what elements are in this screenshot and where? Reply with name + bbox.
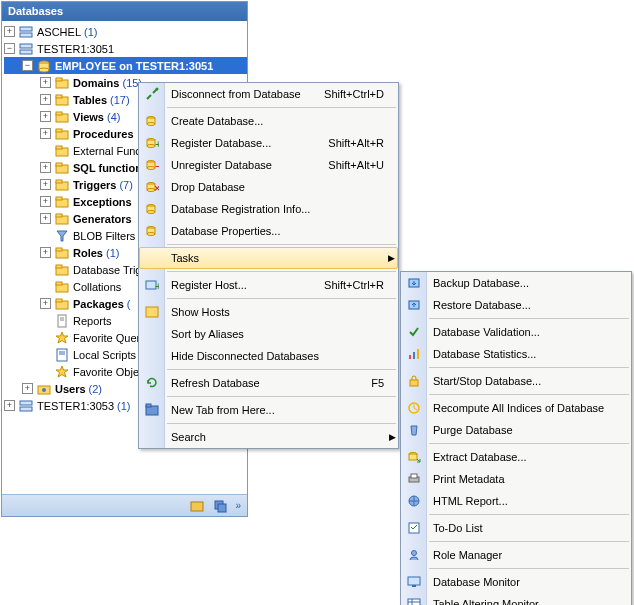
expander-icon[interactable]: + bbox=[4, 26, 15, 37]
menu-item[interactable]: Search▶ bbox=[139, 426, 398, 448]
statusbar-chevrons-icon[interactable]: » bbox=[235, 500, 241, 511]
expander-icon[interactable]: + bbox=[40, 94, 51, 105]
tree-item-count: (1) bbox=[84, 26, 97, 38]
menu-item[interactable]: Purge Database bbox=[401, 419, 631, 441]
blank-icon bbox=[139, 426, 165, 448]
tree-item-count: (7) bbox=[119, 179, 132, 191]
menu-item[interactable]: +Register Database...Shift+Alt+R bbox=[139, 132, 398, 154]
expander-icon[interactable]: + bbox=[40, 298, 51, 309]
menu-item-shortcut: F5 bbox=[371, 377, 398, 389]
expander-icon[interactable]: − bbox=[4, 43, 15, 54]
lock-icon bbox=[401, 370, 427, 392]
tree-item-label: Collations bbox=[73, 281, 121, 293]
menu-separator bbox=[429, 394, 629, 395]
star-icon bbox=[54, 330, 70, 346]
context-menu: Disconnect from DatabaseShift+Ctrl+DCrea… bbox=[138, 82, 399, 449]
menu-item[interactable]: ×Drop Database bbox=[139, 176, 398, 198]
tree-item-label: Views bbox=[73, 111, 104, 123]
menu-item[interactable]: Database Monitor bbox=[401, 571, 631, 593]
disconnect-icon bbox=[139, 83, 165, 105]
menu-item[interactable]: Hide Disconnected Databases bbox=[139, 345, 398, 367]
db-edit-icon bbox=[139, 220, 165, 242]
expander-icon[interactable]: + bbox=[4, 400, 15, 411]
svg-rect-2 bbox=[20, 44, 32, 48]
folder-icon bbox=[54, 109, 70, 125]
tree-item-label: Exceptions bbox=[73, 196, 132, 208]
menu-item[interactable]: Recompute All Indices of Database bbox=[401, 397, 631, 419]
menu-item[interactable]: Role Manager bbox=[401, 544, 631, 566]
expander-icon[interactable]: + bbox=[40, 111, 51, 122]
server-icon bbox=[18, 398, 34, 414]
menu-item[interactable]: Show Hosts bbox=[139, 301, 398, 323]
menu-separator bbox=[429, 443, 629, 444]
menu-item-label: Show Hosts bbox=[165, 306, 384, 318]
svg-point-86 bbox=[412, 551, 417, 556]
expander-icon[interactable]: + bbox=[40, 77, 51, 88]
menu-item[interactable]: Refresh DatabaseF5 bbox=[139, 372, 398, 394]
menu-item[interactable]: Tasks▶ bbox=[139, 247, 398, 269]
menu-item[interactable]: Restore Database... bbox=[401, 294, 631, 316]
menu-item[interactable]: −Unregister DatabaseShift+Alt+U bbox=[139, 154, 398, 176]
recompute-icon bbox=[401, 397, 427, 419]
menu-item[interactable]: Database Properties... bbox=[139, 220, 398, 242]
menu-item[interactable]: New Tab from Here... bbox=[139, 399, 398, 421]
menu-item-shortcut: Shift+Ctrl+D bbox=[324, 88, 398, 100]
menu-item[interactable]: Extract Database... bbox=[401, 446, 631, 468]
host-add-icon: + bbox=[139, 274, 165, 296]
tree-item[interactable]: +ASCHEL(1) bbox=[4, 23, 247, 40]
svg-rect-14 bbox=[56, 129, 62, 132]
tree-item[interactable]: −TESTER1:3051 bbox=[4, 40, 247, 57]
menu-item[interactable]: Start/Stop Database... bbox=[401, 370, 631, 392]
menu-item[interactable]: To-Do List bbox=[401, 517, 631, 539]
svg-point-46 bbox=[156, 88, 159, 91]
menu-item[interactable]: Create Database... bbox=[139, 110, 398, 132]
menu-item-label: Tasks bbox=[165, 252, 385, 264]
menu-item[interactable]: Sort by Aliases bbox=[139, 323, 398, 345]
svg-rect-78 bbox=[410, 380, 418, 386]
menu-item-shortcut: Shift+Alt+U bbox=[328, 159, 398, 171]
svg-point-40 bbox=[42, 388, 46, 392]
menu-item[interactable]: Disconnect from DatabaseShift+Ctrl+D bbox=[139, 83, 398, 105]
tasks-submenu-items: Backup Database...Restore Database...Dat… bbox=[401, 272, 631, 605]
expander-icon[interactable]: + bbox=[40, 128, 51, 139]
expander-icon[interactable]: + bbox=[40, 162, 51, 173]
db-active-icon bbox=[36, 58, 52, 74]
menu-separator bbox=[167, 396, 396, 397]
expander-icon[interactable]: + bbox=[40, 213, 51, 224]
menu-item-label: Unregister Database bbox=[165, 159, 328, 171]
menu-item-label: Database Registration Info... bbox=[165, 203, 384, 215]
menu-item-label: Database Monitor bbox=[427, 576, 617, 588]
folder-icon bbox=[54, 126, 70, 142]
expander-icon[interactable]: + bbox=[40, 179, 51, 190]
statusbar-icon-1[interactable] bbox=[189, 498, 205, 514]
menu-item-label: New Tab from Here... bbox=[165, 404, 384, 416]
expander-icon[interactable]: + bbox=[22, 383, 33, 394]
tree-item-count: (2) bbox=[89, 383, 102, 395]
menu-item[interactable]: Table Altering Monitor bbox=[401, 593, 631, 605]
context-menu-items: Disconnect from DatabaseShift+Ctrl+DCrea… bbox=[139, 83, 398, 448]
tree-item-count: (17) bbox=[110, 94, 130, 106]
extract-icon bbox=[401, 446, 427, 468]
blank-icon bbox=[139, 323, 165, 345]
statusbar-icon-2[interactable] bbox=[212, 498, 228, 514]
expander-icon[interactable]: − bbox=[22, 60, 33, 71]
menu-item[interactable]: Database Statistics... bbox=[401, 343, 631, 365]
menu-item[interactable]: Print Metadata bbox=[401, 468, 631, 490]
menu-item[interactable]: HTML Report... bbox=[401, 490, 631, 512]
tree-item[interactable]: −EMPLOYEE on TESTER1:3051 bbox=[4, 57, 247, 74]
expander-icon bbox=[40, 332, 51, 343]
menu-item[interactable]: +Register Host...Shift+Ctrl+R bbox=[139, 274, 398, 296]
svg-point-49 bbox=[147, 123, 155, 126]
expander-icon[interactable]: + bbox=[40, 247, 51, 258]
stats-icon bbox=[401, 343, 427, 365]
menu-item-label: Database Validation... bbox=[427, 326, 617, 338]
svg-rect-10 bbox=[56, 95, 62, 98]
svg-rect-81 bbox=[409, 454, 417, 460]
expander-icon bbox=[40, 145, 51, 156]
menu-item-shortcut: Shift+Alt+R bbox=[328, 137, 398, 149]
menu-item[interactable]: Backup Database... bbox=[401, 272, 631, 294]
expander-icon[interactable]: + bbox=[40, 196, 51, 207]
menu-item[interactable]: Database Validation... bbox=[401, 321, 631, 343]
tree-item-label: Procedures bbox=[73, 128, 134, 140]
menu-item[interactable]: Database Registration Info... bbox=[139, 198, 398, 220]
